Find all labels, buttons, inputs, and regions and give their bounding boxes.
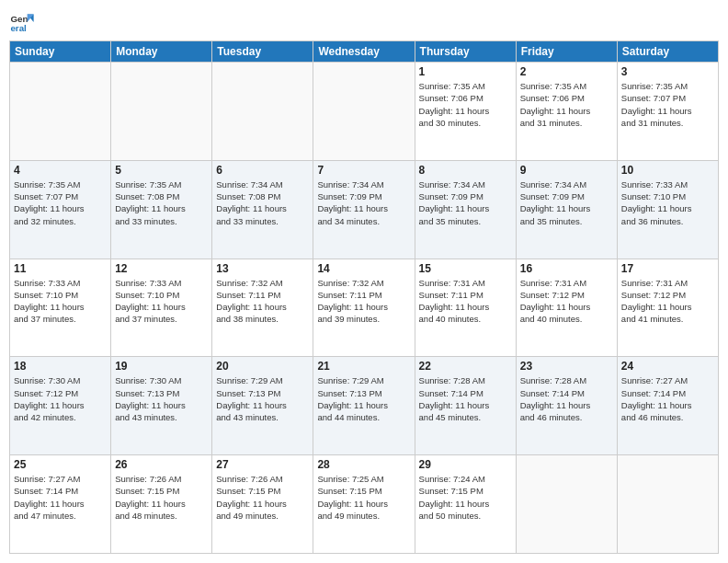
- day-info: Sunrise: 7:32 AM Sunset: 7:11 PM Dayligh…: [317, 277, 410, 326]
- calendar-cell: 25Sunrise: 7:27 AM Sunset: 7:14 PM Dayli…: [10, 455, 111, 554]
- day-info: Sunrise: 7:34 AM Sunset: 7:08 PM Dayligh…: [216, 178, 309, 227]
- calendar-cell: 6Sunrise: 7:34 AM Sunset: 7:08 PM Daylig…: [212, 160, 313, 259]
- calendar-cell: 11Sunrise: 7:33 AM Sunset: 7:10 PM Dayli…: [10, 259, 111, 357]
- day-number: 15: [419, 262, 512, 275]
- svg-text:eral: eral: [10, 23, 27, 33]
- day-number: 18: [14, 360, 107, 373]
- calendar-cell: 26Sunrise: 7:26 AM Sunset: 7:15 PM Dayli…: [111, 455, 212, 554]
- day-info: Sunrise: 7:33 AM Sunset: 7:10 PM Dayligh…: [621, 178, 714, 227]
- day-info: Sunrise: 7:34 AM Sunset: 7:09 PM Dayligh…: [520, 178, 613, 227]
- day-info: Sunrise: 7:30 AM Sunset: 7:13 PM Dayligh…: [115, 374, 208, 423]
- calendar-cell: [617, 455, 718, 554]
- week-row-2: 4Sunrise: 7:35 AM Sunset: 7:07 PM Daylig…: [10, 160, 719, 259]
- logo: Gen eral: [9, 9, 39, 35]
- day-info: Sunrise: 7:33 AM Sunset: 7:10 PM Dayligh…: [14, 277, 107, 326]
- calendar-cell: 22Sunrise: 7:28 AM Sunset: 7:14 PM Dayli…: [415, 357, 516, 455]
- day-number: 27: [216, 458, 309, 471]
- calendar-cell: 18Sunrise: 7:30 AM Sunset: 7:12 PM Dayli…: [10, 357, 111, 455]
- calendar-cell: 21Sunrise: 7:29 AM Sunset: 7:13 PM Dayli…: [313, 357, 415, 455]
- calendar-cell: 4Sunrise: 7:35 AM Sunset: 7:07 PM Daylig…: [10, 160, 111, 259]
- calendar-cell: 19Sunrise: 7:30 AM Sunset: 7:13 PM Dayli…: [111, 357, 212, 455]
- day-number: 8: [419, 164, 512, 177]
- page-container: Gen eral SundayMondayTuesdayWednesdayThu…: [0, 0, 728, 563]
- day-number: 24: [621, 360, 714, 373]
- day-number: 20: [216, 360, 309, 373]
- weekday-header-thursday: Thursday: [415, 41, 516, 63]
- weekday-header-sunday: Sunday: [10, 41, 111, 63]
- calendar-cell: 16Sunrise: 7:31 AM Sunset: 7:12 PM Dayli…: [516, 259, 617, 357]
- calendar-table: SundayMondayTuesdayWednesdayThursdayFrid…: [9, 40, 719, 554]
- day-number: 17: [621, 262, 714, 275]
- calendar-cell: 24Sunrise: 7:27 AM Sunset: 7:14 PM Dayli…: [617, 357, 718, 455]
- day-number: 25: [14, 458, 107, 471]
- calendar-cell: 9Sunrise: 7:34 AM Sunset: 7:09 PM Daylig…: [516, 160, 617, 259]
- day-info: Sunrise: 7:33 AM Sunset: 7:10 PM Dayligh…: [115, 277, 208, 326]
- day-info: Sunrise: 7:26 AM Sunset: 7:15 PM Dayligh…: [115, 473, 208, 522]
- day-info: Sunrise: 7:25 AM Sunset: 7:15 PM Dayligh…: [317, 473, 410, 522]
- day-number: 9: [520, 164, 613, 177]
- calendar-cell: 13Sunrise: 7:32 AM Sunset: 7:11 PM Dayli…: [212, 259, 313, 357]
- day-info: Sunrise: 7:27 AM Sunset: 7:14 PM Dayligh…: [14, 473, 107, 522]
- day-info: Sunrise: 7:34 AM Sunset: 7:09 PM Dayligh…: [419, 178, 512, 227]
- calendar-cell: 29Sunrise: 7:24 AM Sunset: 7:15 PM Dayli…: [415, 455, 516, 554]
- day-number: 14: [317, 262, 410, 275]
- calendar-cell: 14Sunrise: 7:32 AM Sunset: 7:11 PM Dayli…: [313, 259, 415, 357]
- day-info: Sunrise: 7:29 AM Sunset: 7:13 PM Dayligh…: [317, 374, 410, 423]
- day-number: 1: [419, 65, 512, 78]
- day-info: Sunrise: 7:26 AM Sunset: 7:15 PM Dayligh…: [216, 473, 309, 522]
- day-info: Sunrise: 7:31 AM Sunset: 7:12 PM Dayligh…: [520, 277, 613, 326]
- day-number: 22: [419, 360, 512, 373]
- weekday-header-wednesday: Wednesday: [313, 41, 415, 63]
- day-number: 29: [419, 458, 512, 471]
- calendar-cell: 28Sunrise: 7:25 AM Sunset: 7:15 PM Dayli…: [313, 455, 415, 554]
- calendar-cell: 10Sunrise: 7:33 AM Sunset: 7:10 PM Dayli…: [617, 160, 718, 259]
- calendar-cell: 8Sunrise: 7:34 AM Sunset: 7:09 PM Daylig…: [415, 160, 516, 259]
- day-info: Sunrise: 7:24 AM Sunset: 7:15 PM Dayligh…: [419, 473, 512, 522]
- calendar-cell: 17Sunrise: 7:31 AM Sunset: 7:12 PM Dayli…: [617, 259, 718, 357]
- day-info: Sunrise: 7:28 AM Sunset: 7:14 PM Dayligh…: [419, 374, 512, 423]
- day-number: 6: [216, 164, 309, 177]
- calendar-cell: 20Sunrise: 7:29 AM Sunset: 7:13 PM Dayli…: [212, 357, 313, 455]
- calendar-cell: 2Sunrise: 7:35 AM Sunset: 7:06 PM Daylig…: [516, 63, 617, 161]
- day-info: Sunrise: 7:34 AM Sunset: 7:09 PM Dayligh…: [317, 178, 410, 227]
- calendar-cell: [313, 63, 415, 161]
- day-info: Sunrise: 7:29 AM Sunset: 7:13 PM Dayligh…: [216, 374, 309, 423]
- day-number: 28: [317, 458, 410, 471]
- weekday-header-monday: Monday: [111, 41, 212, 63]
- calendar-cell: [10, 63, 111, 161]
- calendar-cell: 15Sunrise: 7:31 AM Sunset: 7:11 PM Dayli…: [415, 259, 516, 357]
- week-row-4: 18Sunrise: 7:30 AM Sunset: 7:12 PM Dayli…: [10, 357, 719, 455]
- day-info: Sunrise: 7:31 AM Sunset: 7:12 PM Dayligh…: [621, 277, 714, 326]
- calendar-cell: 23Sunrise: 7:28 AM Sunset: 7:14 PM Dayli…: [516, 357, 617, 455]
- day-info: Sunrise: 7:35 AM Sunset: 7:08 PM Dayligh…: [115, 178, 208, 227]
- day-number: 23: [520, 360, 613, 373]
- day-number: 2: [520, 65, 613, 78]
- header: Gen eral: [9, 9, 719, 35]
- weekday-header-friday: Friday: [516, 41, 617, 63]
- weekday-header-saturday: Saturday: [617, 41, 718, 63]
- day-info: Sunrise: 7:30 AM Sunset: 7:12 PM Dayligh…: [14, 374, 107, 423]
- day-number: 3: [621, 65, 714, 78]
- day-number: 26: [115, 458, 208, 471]
- calendar-cell: 27Sunrise: 7:26 AM Sunset: 7:15 PM Dayli…: [212, 455, 313, 554]
- day-number: 21: [317, 360, 410, 373]
- calendar-cell: 5Sunrise: 7:35 AM Sunset: 7:08 PM Daylig…: [111, 160, 212, 259]
- day-number: 5: [115, 164, 208, 177]
- day-number: 4: [14, 164, 107, 177]
- week-row-3: 11Sunrise: 7:33 AM Sunset: 7:10 PM Dayli…: [10, 259, 719, 357]
- day-number: 13: [216, 262, 309, 275]
- day-number: 7: [317, 164, 410, 177]
- logo-icon: Gen eral: [9, 9, 35, 35]
- day-info: Sunrise: 7:28 AM Sunset: 7:14 PM Dayligh…: [520, 374, 613, 423]
- day-info: Sunrise: 7:35 AM Sunset: 7:06 PM Dayligh…: [520, 80, 613, 129]
- day-info: Sunrise: 7:27 AM Sunset: 7:14 PM Dayligh…: [621, 374, 714, 423]
- day-info: Sunrise: 7:35 AM Sunset: 7:06 PM Dayligh…: [419, 80, 512, 129]
- day-info: Sunrise: 7:35 AM Sunset: 7:07 PM Dayligh…: [14, 178, 107, 227]
- day-info: Sunrise: 7:31 AM Sunset: 7:11 PM Dayligh…: [419, 277, 512, 326]
- calendar-cell: [111, 63, 212, 161]
- day-number: 12: [115, 262, 208, 275]
- calendar-cell: [516, 455, 617, 554]
- day-number: 19: [115, 360, 208, 373]
- calendar-cell: 12Sunrise: 7:33 AM Sunset: 7:10 PM Dayli…: [111, 259, 212, 357]
- weekday-header-row: SundayMondayTuesdayWednesdayThursdayFrid…: [10, 41, 719, 63]
